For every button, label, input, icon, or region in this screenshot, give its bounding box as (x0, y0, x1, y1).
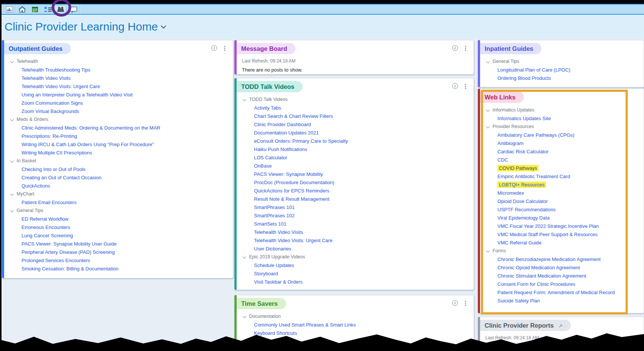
section-header[interactable]: Documentation (237, 312, 474, 320)
link-user-dictionaries[interactable]: User Dictionaries (254, 246, 291, 252)
link-suicide-safety-plan[interactable]: Suicide Safety Plan (497, 298, 540, 304)
kebab-menu-icon[interactable]: ⋮ (463, 300, 468, 306)
link-schedule-updates[interactable]: Schedule Updates (254, 262, 294, 268)
link-writing-ircu-cath-lab-orders-using-prep-for-procedure[interactable]: Writing IRCU & Cath Lab Orders Using "Pr… (21, 142, 154, 147)
link-micromedex[interactable]: Micromedex (497, 190, 524, 196)
section-header[interactable]: Meds & Orders (4, 115, 233, 124)
link-activity-tabs[interactable]: Activity Tabs (254, 105, 281, 111)
kebab-menu-icon[interactable]: ⋮ (463, 83, 468, 89)
web-links-panel: Web Links Informatics UpdatesInformatics… (478, 89, 644, 313)
link-ambulatory-care-pathways-cpgs[interactable]: Ambulatory Care Pathways (CPGs) (497, 132, 574, 138)
link-telehealth-video-visits-urgent-care[interactable]: Telehealth Video Visits: Urgent Care (21, 84, 100, 89)
link-chronic-opioid-medication-agreement[interactable]: Chronic Opioid Medication Agreement (497, 265, 580, 270)
link-smoking-cessation-billing-documentation[interactable]: Smoking Cessation: Billing & Documentati… (21, 266, 118, 272)
link-haiku-push-notifications[interactable]: Haiku Push Notifications (254, 147, 307, 152)
link-ed-referral-workflow[interactable]: ED Referral Workflow (21, 216, 69, 222)
link-smartphrases-102[interactable]: SmartPhrases 102 (254, 213, 295, 218)
link-antibiogram[interactable]: Antibiogram (497, 140, 523, 146)
link-documentation-updates-2021[interactable]: Documentation Updates 2021 (254, 130, 319, 136)
section-header[interactable]: Informatics Updates (480, 106, 644, 114)
link-chart-search-chart-review-filters[interactable]: Chart Search & Chart Review Filters (254, 113, 333, 119)
link-prolonged-services-encounters[interactable]: Prolonged Services Encounters (21, 258, 90, 263)
link-covid-pathways[interactable]: COVID Pathways (497, 165, 538, 171)
link-telehealth-video-visits-urgent-care[interactable]: Telehealth Video Visits: Urgent Care (254, 238, 332, 243)
section-header[interactable]: MyChart (4, 190, 233, 198)
link-pacs-viewer-synapse-mobility-user-guide[interactable]: PACS Viewer: Synapse Mobility User Guide (21, 241, 116, 247)
link-procdoc-procedure-documentation[interactable]: ProcDoc (Procedure Documentation) (254, 180, 334, 185)
calendar-button[interactable] (29, 5, 41, 14)
link-zoom-communication-signs[interactable]: Zoom Communication Signs (21, 100, 83, 106)
link-smartsets-101[interactable]: SmartSets 101 (254, 221, 286, 227)
info-icon[interactable]: i (452, 83, 458, 89)
link-informatics-updates-site[interactable]: Informatics Updates Site (497, 116, 551, 121)
link-creating-an-out-of-contact-occasion[interactable]: Creating an Out of Contact Occasion (21, 175, 101, 180)
section-header[interactable]: Telehealth (4, 57, 233, 66)
section-header[interactable]: General Tips (4, 206, 233, 215)
link-quickactions[interactable]: QuickActions (21, 183, 50, 189)
link-vmc-referral-guide[interactable]: VMC Referral Guide (497, 240, 542, 246)
link-telehealth-video-visits[interactable]: Telehealth Video Visits (254, 229, 303, 235)
link-erroneous-encounters[interactable]: Erroneous Encounters (21, 224, 70, 230)
section-header[interactable]: Forms (480, 247, 644, 255)
link-smartphrases-101[interactable]: SmartPhrases 101 (254, 204, 295, 210)
link-telehealth-troubleshooting-tips[interactable]: Telehealth Troubleshooting Tips (21, 67, 90, 73)
link-cardiac-risk-calculator[interactable]: Cardiac Risk Calculator (497, 149, 549, 154)
link-keyboard-shortcuts[interactable]: Keyboard Shortcuts (254, 330, 297, 336)
link-storyboard[interactable]: Storyboard (254, 271, 278, 276)
link-viral-epidemiology-data[interactable]: Viral Epidemiology Data (497, 215, 550, 221)
link-peripheral-artery-disease-pad-screening[interactable]: Peripheral Artery Disease (PAD) Screenin… (21, 249, 115, 255)
link-opioid-dose-calculator[interactable]: Opioid Dose Calculator (497, 198, 548, 204)
link-clinic-administered-meds-ordering-documenting-on-the-mar[interactable]: Clinic Administered Meds: Ordering & Doc… (21, 125, 161, 131)
link-quickactions-for-epcs-reminders[interactable]: QuickActions for EPCS Reminders (254, 188, 329, 194)
info-icon[interactable]: i (211, 45, 217, 51)
link-checking-into-or-out-of-pools[interactable]: Checking Into or Out of Pools (21, 166, 86, 172)
link-result-note-result-management[interactable]: Result Note & Result Management (254, 196, 329, 202)
link-cdc[interactable]: CDC (497, 157, 508, 163)
section-header[interactable]: Provider Resources (480, 122, 644, 131)
link-consent-form-for-clinic-procedures[interactable]: Consent Form for Clinic Procedures (497, 281, 575, 287)
link-writing-multiple-cii-prescriptions[interactable]: Writing Multiple CII Prescriptions (21, 150, 92, 156)
link-clinic-provider-dashboard[interactable]: Clinic Provider Dashboard (254, 122, 311, 127)
info-icon[interactable]: i (452, 45, 458, 51)
link-row: Patient Request Form: Amendment of Medic… (480, 288, 644, 296)
link-pacs-viewer-synapse-mobility[interactable]: PACS Viewer: Synapse Mobility (254, 171, 323, 177)
patient-lists-button[interactable] (42, 5, 54, 14)
kebab-menu-icon[interactable]: ⋮ (463, 45, 468, 51)
link-onbase[interactable]: OnBase (254, 163, 272, 169)
link-prescriptions-re-printing[interactable]: Prescriptions: Re-Printing (21, 133, 77, 139)
link-longitudinal-plan-of-care-lpoc[interactable]: Longitudinal Plan of Care (LPOC) (497, 67, 571, 73)
link-ordering-blood-products[interactable]: Ordering Blood Products (497, 75, 551, 81)
link-chronic-benzodiazepine-medication-agreement[interactable]: Chronic Benzodiazepine Medication Agreem… (497, 256, 601, 262)
link-usptf-recommendations[interactable]: USPTF Recommendations (497, 207, 556, 212)
link-chronic-stimulant-medication-agreement[interactable]: Chronic Stimulant Medication Agreement (497, 273, 586, 279)
page-title[interactable]: Clinic Provider Learning Home (5, 20, 166, 33)
section-header[interactable]: General Tips (480, 57, 644, 66)
link-lung-cancer-screening[interactable]: Lung Cancer Screening (21, 233, 73, 238)
link-los-calculator[interactable]: LOS Calculator (254, 339, 287, 344)
section-header[interactable]: In Basket (4, 157, 233, 165)
chevron-down-icon[interactable] (161, 23, 166, 28)
link-commonly-used-smart-phrases-smart-links[interactable]: Commonly Used Smart Phrases & Smart Link… (254, 322, 356, 328)
link-empiric-antibiotic-treatment-card[interactable]: Empiric Antibiotic Treatment Card (497, 174, 570, 179)
section-header[interactable]: Epic 2019 Upgrade Videos (237, 253, 474, 261)
link-zoom-virtual-backgrounds[interactable]: Zoom Virtual Backgrounds (21, 108, 79, 114)
kebab-menu-icon[interactable]: ⋮ (222, 45, 228, 51)
link-vmc-fiscal-year-2022-strategic-incentive-plan[interactable]: VMC Fiscal Year 2022 Strategic Incentive… (497, 223, 599, 229)
link-patient-request-form-amendment-of-medical-record[interactable]: Patient Request Form: Amendment of Medic… (497, 290, 615, 295)
external-link-icon[interactable]: ↗ (558, 323, 563, 329)
reports-chart-button[interactable] (3, 5, 15, 14)
link-using-an-interpreter-during-a-telehealth-video-visit[interactable]: Using an Interpreter During a Telehealth… (21, 92, 133, 98)
link-econsult-orders-primary-care-to-specialty[interactable]: eConsult Orders: Primary Care to Special… (254, 138, 348, 144)
link-lgbtqi-resources[interactable]: LGBTQI+ Resources (497, 182, 546, 188)
link-los-calculator[interactable]: LOS Calculator (254, 155, 287, 160)
section-header[interactable]: TODD Talk Videos (237, 95, 474, 104)
info-icon[interactable]: i (452, 300, 458, 306)
link-visit-taskbar-orders[interactable]: Visit Taskbar & Orders (254, 279, 303, 285)
home-button[interactable] (16, 5, 28, 14)
link-vmc-medical-staff-peer-support-resources[interactable]: VMC Medical Staff Peer Support & Resourc… (497, 232, 598, 237)
link-e-prescribed-controlled-med-orders-monthly[interactable]: E-Prescribed Controlled Med Orders Month… (485, 344, 593, 350)
link-patient-email-encounters[interactable]: Patient Email Encounters (21, 200, 76, 205)
chat-button[interactable] (67, 5, 79, 14)
chart-search-button[interactable] (55, 5, 66, 14)
link-telehealth-video-visits[interactable]: Telehealth Video Visits (21, 75, 70, 81)
